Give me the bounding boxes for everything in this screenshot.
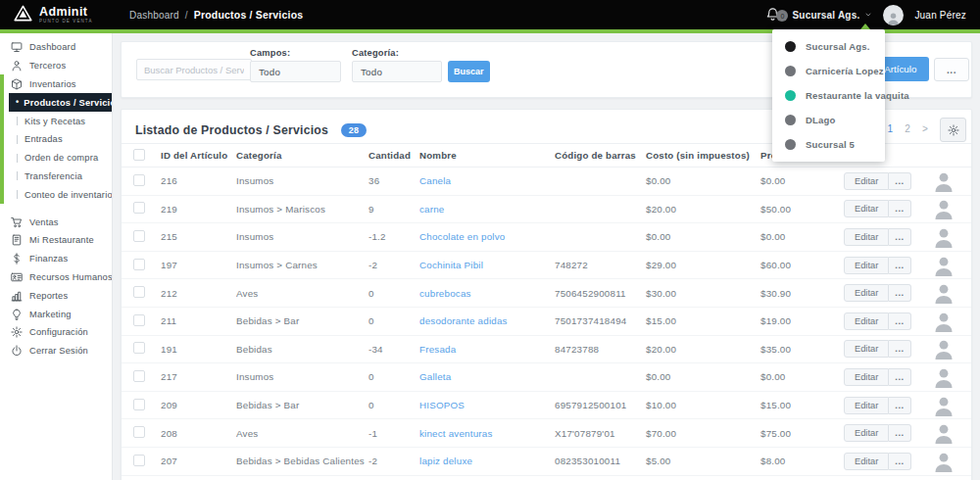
branch-dropdown-item-label: DLago <box>806 115 836 125</box>
row-checkbox[interactable] <box>133 230 145 242</box>
row-checkbox[interactable] <box>133 174 145 186</box>
row-more-button[interactable]: ... <box>889 228 910 246</box>
sidebar-item-label: Recursos Humanos <box>29 272 112 282</box>
sidebar-item[interactable]: Kits y Recetas <box>0 112 112 130</box>
sidebar-item[interactable]: Transferencia <box>0 168 112 186</box>
breadcrumb-dashboard-link[interactable]: Dashboard <box>129 10 179 21</box>
sidebar-item[interactable]: Terceros <box>0 57 112 75</box>
select-all-checkbox[interactable] <box>133 149 145 161</box>
sidebar-item[interactable]: Conteo de inventario <box>0 185 112 204</box>
categoria-select[interactable]: Todo <box>352 61 442 82</box>
row-more-button[interactable]: ... <box>889 200 910 217</box>
edit-button[interactable]: Editar <box>844 340 889 358</box>
sidebar-item[interactable]: Productos / Servicios <box>9 93 112 112</box>
product-name-link[interactable]: Galleta <box>419 371 555 382</box>
row-checkbox[interactable] <box>133 370 145 382</box>
row-more-button[interactable]: ... <box>889 424 910 442</box>
product-name-link[interactable]: Canela <box>419 175 555 186</box>
product-name-link[interactable]: cubrebocas <box>419 288 555 299</box>
edit-button[interactable]: Editar <box>844 200 889 217</box>
product-name-link[interactable]: Fresada <box>419 344 555 355</box>
row-more-button[interactable]: ... <box>889 397 910 414</box>
row-more-button[interactable]: ... <box>889 453 910 470</box>
row-checkbox[interactable] <box>133 286 145 298</box>
row-more-button[interactable]: ... <box>889 340 910 358</box>
campos-select[interactable]: Todo <box>250 61 341 82</box>
branch-selector[interactable]: Sucursal Ags. <box>792 10 872 21</box>
edit-button[interactable]: Editar <box>844 172 889 190</box>
sidebar-item[interactable]: Entradas <box>0 130 112 149</box>
sidebar-item[interactable]: Cerrar Sesión <box>0 342 112 360</box>
product-price: $0.00 <box>760 231 844 242</box>
row-checkbox[interactable] <box>133 426 145 438</box>
sidebar-item[interactable]: Reportes <box>0 286 112 305</box>
row-more-button[interactable]: ... <box>889 368 910 386</box>
product-id: 219 <box>161 204 236 215</box>
branch-dropdown-item[interactable]: Carnicería Lopez <box>772 59 885 83</box>
edit-button[interactable]: Editar <box>844 284 889 302</box>
product-cost: $20.00 <box>646 204 760 215</box>
product-name-link[interactable]: Chocolate en polvo <box>419 231 555 242</box>
sidebar-item[interactable]: Ventas <box>0 213 112 231</box>
product-name-link[interactable]: Cochinita Pibil <box>419 260 555 270</box>
product-cost: $0.00 <box>646 175 760 186</box>
edit-button[interactable]: Editar <box>844 257 889 274</box>
branch-selector-label: Sucursal Ags. <box>792 10 859 21</box>
edit-button[interactable]: Editar <box>844 228 889 246</box>
branch-dropdown-item-label: Sucursal Ags. <box>806 41 870 52</box>
page-link[interactable]: 1 <box>887 123 893 134</box>
page-link[interactable]: 2 <box>905 123 910 134</box>
row-checkbox[interactable] <box>133 342 145 354</box>
user-avatar[interactable] <box>883 5 904 25</box>
sidebar-item[interactable]: Mi Restaurante <box>0 231 112 250</box>
notifications-button[interactable]: 0 <box>765 7 781 23</box>
row-checkbox[interactable] <box>133 314 145 326</box>
row-more-button[interactable]: ... <box>889 312 910 330</box>
product-price: $60.00 <box>760 260 844 270</box>
row-checkbox[interactable] <box>133 202 145 214</box>
product-name-link[interactable]: lapiz deluxe <box>419 456 555 466</box>
product-name-link[interactable]: desodorante adidas <box>419 315 555 326</box>
row-checkbox[interactable] <box>133 259 145 270</box>
sidebar-item[interactable]: Marketing <box>0 305 112 323</box>
table-row: 208 Aves -1 kinect aventuras X17'07879'0… <box>122 419 971 448</box>
branch-dropdown-item[interactable]: DLago <box>772 108 885 132</box>
product-price: $15.00 <box>760 400 844 410</box>
branch-dot-icon <box>785 115 796 125</box>
row-more-button[interactable]: ... <box>889 172 910 190</box>
sidebar-item[interactable]: Recursos Humanos <box>0 268 112 287</box>
sidebar-item[interactable]: Configuración <box>0 323 112 342</box>
table-row: 214 Insumos -0.75 leche $0.00 $0.00 Edit… <box>122 476 971 480</box>
edit-button[interactable]: Editar <box>844 424 889 442</box>
row-more-button[interactable]: ... <box>889 284 910 302</box>
sidebar-item[interactable]: Inventarios <box>0 75 112 94</box>
edit-button[interactable]: Editar <box>844 368 889 386</box>
breadcrumb-separator: / <box>185 10 188 21</box>
buscar-button[interactable]: Buscar <box>448 61 490 82</box>
search-input[interactable] <box>136 59 252 80</box>
row-more-button[interactable]: ... <box>889 257 910 274</box>
sidebar-item-label: Finanzas <box>29 254 68 264</box>
product-name-link[interactable]: kinect aventuras <box>419 428 555 439</box>
sidebar-item-label: Orden de compra <box>24 153 98 163</box>
more-actions-button[interactable]: ... <box>934 58 969 81</box>
sidebar-item[interactable]: Dashboard <box>0 38 112 57</box>
sidebar-item-label: Transferencia <box>24 171 82 181</box>
row-checkbox[interactable] <box>133 455 145 466</box>
product-name-link[interactable]: carne <box>419 204 555 215</box>
edit-button[interactable]: Editar <box>844 453 889 470</box>
breadcrumb-current: Productos / Servicios <box>194 9 304 21</box>
table-settings-button[interactable] <box>940 118 966 142</box>
branch-dropdown-item[interactable]: Sucursal Ags. <box>772 34 885 59</box>
product-name-link[interactable]: HISOPOS <box>419 400 555 410</box>
logo-tagline: PUNTO DE VENTA <box>39 20 93 24</box>
sidebar-item-label: Entradas <box>24 134 63 144</box>
branch-dropdown-item[interactable]: Sucursal 5 <box>772 132 885 157</box>
branch-dropdown-item[interactable]: Restaurante la vaquita <box>772 83 885 108</box>
page-link[interactable]: > <box>922 123 928 134</box>
sidebar-item[interactable]: Finanzas <box>0 250 112 268</box>
row-checkbox[interactable] <box>133 399 145 410</box>
edit-button[interactable]: Editar <box>844 397 889 414</box>
edit-button[interactable]: Editar <box>844 312 889 330</box>
sidebar-item[interactable]: Orden de compra <box>0 149 112 168</box>
